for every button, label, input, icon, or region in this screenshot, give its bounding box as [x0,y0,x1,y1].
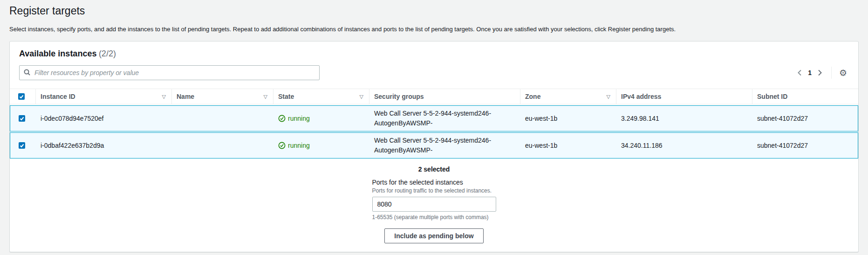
form-actions: Include as pending below [10,228,858,252]
table-row[interactable]: i-0dec078d94e7520ef running Web Call Ser… [10,105,858,131]
ipv4-cell: 34.240.11.186 [616,132,752,159]
row-checkbox[interactable] [19,142,25,149]
ports-constraint: 1-65535 (separate multiple ports with co… [372,214,496,221]
panel-header: Available instances (2/2) [10,41,858,64]
column-header-name[interactable]: Name ▽ [172,89,273,104]
zone-cell: eu-west-1b [520,132,616,159]
subnet-cell: subnet-41072d27 [752,105,858,131]
panel-counter: (2/2) [99,49,116,58]
selection-summary: 2 selected [10,159,858,174]
instance-id-cell: i-0dbaf422e637b2d9a [36,132,172,159]
select-all-checkbox[interactable] [18,93,25,100]
column-header-security-groups[interactable]: Security groups [369,89,520,104]
search-icon [23,69,31,78]
select-all-header [10,89,36,104]
table-row[interactable]: i-0dbaf422e637b2d9a running Web Call Ser… [10,132,858,159]
row-select-cell [10,132,36,159]
filter-caret-icon[interactable]: ▽ [260,94,268,100]
column-header-zone[interactable]: Zone ▽ [520,89,616,104]
zone-cell: eu-west-1b [520,105,616,131]
column-header-subnet-id[interactable]: Subnet ID [752,89,858,104]
column-header-instance-id[interactable]: Instance ID ▽ [36,89,172,104]
ports-form: Ports for the selected instances Ports f… [372,179,496,221]
instance-id-cell: i-0dec078d94e7520ef [36,105,172,131]
ipv4-cell: 3.249.98.141 [616,105,752,131]
page-description: Select instances, specify ports, and add… [9,25,859,34]
state-label: running [288,142,310,149]
table-header-row: Instance ID ▽ Name ▽ State ▽ Security gr… [10,89,858,104]
instances-table: Instance ID ▽ Name ▽ State ▽ Security gr… [10,88,858,159]
column-header-state[interactable]: State ▽ [273,89,369,104]
state-cell: running [273,105,369,131]
previous-page-button[interactable] [794,68,805,78]
subnet-cell: subnet-41072d27 [752,132,858,159]
include-as-pending-button[interactable]: Include as pending below [384,228,483,243]
available-instances-panel: Available instances (2/2) 1 [9,41,859,252]
toolbar-divider [831,67,832,79]
filter-box [19,65,320,80]
name-cell [172,132,273,159]
settings-gear-icon[interactable]: ⚙ [837,68,849,78]
table-toolbar: 1 ⚙ [10,64,858,88]
filter-input[interactable] [19,65,320,80]
column-header-ipv4-address[interactable]: IPv4 address [616,89,752,104]
row-select-cell [10,105,36,131]
filter-caret-icon[interactable]: ▽ [158,94,167,100]
pagination: 1 ⚙ [794,67,849,79]
running-status-icon [278,115,286,122]
next-page-button[interactable] [814,68,826,78]
row-checkbox[interactable] [19,115,25,122]
state-cell: running [273,132,369,159]
page-title: Register targets [9,0,859,18]
ports-label: Ports for the selected instances [372,179,496,186]
running-status-icon [278,142,286,149]
current-page-button[interactable]: 1 [805,69,814,76]
security-groups-cell: Web Call Server 5-5-2-944-systemd246-Aut… [369,132,520,159]
filter-caret-icon[interactable]: ▽ [603,94,611,100]
ports-description: Ports for routing traffic to the selecte… [372,187,496,194]
state-label: running [288,115,310,122]
security-groups-cell: Web Call Server 5-5-2-944-systemd246-Aut… [369,105,520,131]
name-cell [172,105,273,131]
ports-input[interactable] [372,197,496,212]
panel-title: Available instances [19,49,96,58]
filter-caret-icon[interactable]: ▽ [356,94,364,100]
register-targets-page: Register targets Select instances, speci… [0,0,868,252]
